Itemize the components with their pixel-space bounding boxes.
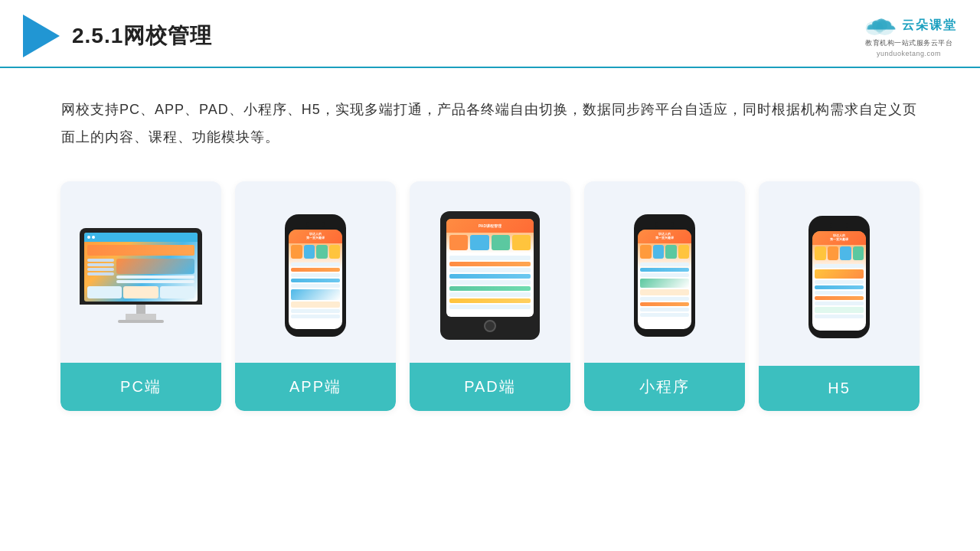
header-left: 2.5.1网校管理 (23, 15, 212, 57)
brand-tagline: 教育机构一站式服务云平台 (865, 38, 952, 48)
phone-outer-app: 职达人的第一堂兴趣课 (285, 214, 346, 337)
card-label-miniprogram: 小程序 (584, 363, 745, 411)
pc-mockup (80, 228, 202, 323)
phone-mockup-h5: 职达人的第一堂兴趣课 (808, 216, 870, 338)
pc-screen-outer (80, 228, 202, 305)
logo-triangle-icon (23, 15, 60, 57)
description-text: 网校支持PC、APP、PAD、小程序、H5，实现多端打通，产品各终端自由切换，数… (0, 68, 980, 166)
phone-notch-app (306, 222, 325, 227)
card-image-app: 职达人的第一堂兴趣课 (235, 181, 396, 363)
card-pad: PAD课程管理 (410, 181, 570, 411)
phone-outer-miniprogram: 职达人的第一堂兴趣课 (634, 214, 695, 337)
phone-notch-h5 (830, 223, 848, 228)
header: 2.5.1网校管理 云朵课堂 教育机构一站式服务云平台 yunduoketang… (0, 0, 980, 68)
brand-cloud: 云朵课堂 (861, 14, 957, 37)
phone-mockup-miniprogram: 职达人的第一堂兴趣课 (634, 214, 695, 337)
pad-outer: PAD课程管理 (440, 211, 540, 340)
card-h5: 职达人的第一堂兴趣课 (759, 181, 920, 411)
pc-base (118, 320, 164, 323)
page-title: 2.5.1网校管理 (72, 21, 212, 51)
phone-notch-miniprogram (655, 222, 674, 227)
cards-container: PC端 职达人的第一堂兴趣课 (0, 166, 980, 426)
card-image-miniprogram: 职达人的第一堂兴趣课 (584, 181, 745, 363)
phone-outer-h5: 职达人的第一堂兴趣课 (808, 216, 870, 338)
card-image-pc (60, 181, 221, 363)
card-image-pad: PAD课程管理 (410, 181, 570, 363)
card-label-h5: H5 (759, 366, 920, 411)
cloud-icon (861, 14, 899, 37)
phone-mockup-app: 职达人的第一堂兴趣课 (285, 214, 346, 337)
brand-name: 云朵课堂 (902, 18, 957, 34)
pc-stand (126, 314, 156, 320)
pc-screen-inner (84, 233, 198, 302)
card-label-pad: PAD端 (410, 363, 570, 411)
brand-url: yunduoketang.com (877, 50, 941, 57)
card-miniprogram: 职达人的第一堂兴趣课 (584, 181, 745, 411)
card-label-pc: PC端 (60, 363, 221, 411)
pc-stand-neck (136, 305, 145, 314)
card-image-h5: 职达人的第一堂兴趣课 (759, 181, 920, 366)
pad-screen: PAD课程管理 (446, 219, 534, 317)
card-label-app: APP端 (235, 363, 396, 411)
card-app: 职达人的第一堂兴趣课 (235, 181, 396, 411)
pad-home-button (484, 320, 496, 332)
card-pc: PC端 (60, 181, 221, 411)
phone-screen-app: 职达人的第一堂兴趣课 (289, 230, 342, 329)
phone-screen-miniprogram: 职达人的第一堂兴趣课 (638, 230, 691, 329)
phone-screen-h5: 职达人的第一堂兴趣课 (812, 231, 866, 331)
pad-mockup: PAD课程管理 (440, 211, 540, 340)
brand-logo: 云朵课堂 教育机构一站式服务云平台 yunduoketang.com (861, 14, 957, 57)
